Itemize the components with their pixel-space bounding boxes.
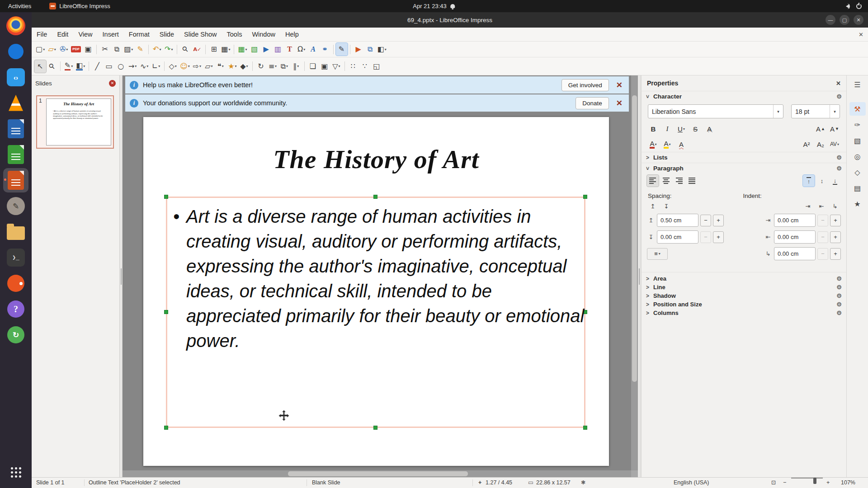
insert-table[interactable]: ▦▾ xyxy=(236,43,248,56)
insert-hyperlink[interactable]: ⚭ xyxy=(319,43,331,56)
get-involved-button[interactable]: Get involved xyxy=(561,79,609,91)
properties-close-icon[interactable]: ✕ xyxy=(836,80,841,87)
indent-after-minus[interactable]: − xyxy=(817,231,828,243)
dock-software-updater[interactable]: ↻ xyxy=(3,323,28,347)
section-paragraph[interactable]: ˅ Paragraph ⚙ xyxy=(642,163,846,174)
show-draw-functions[interactable]: ✎ xyxy=(336,43,348,56)
font-size-value[interactable]: 18 pt xyxy=(792,108,830,115)
lists-settings-icon[interactable]: ⚙ xyxy=(836,154,842,161)
insert-image[interactable]: ▧ xyxy=(249,43,260,56)
bold-button[interactable]: B xyxy=(647,122,660,135)
insert-line[interactable]: ╱ xyxy=(91,60,103,73)
close-button[interactable]: ✕ xyxy=(854,15,863,25)
decrease-font-button[interactable]: A▼ xyxy=(828,122,841,135)
display-grid[interactable]: ⊞ xyxy=(208,43,220,56)
shadow[interactable]: ❏ xyxy=(307,60,319,73)
spelling[interactable]: A✓ xyxy=(191,43,203,56)
deck-gallery-icon[interactable]: ▧ xyxy=(849,134,866,147)
menu-edit[interactable]: Edit xyxy=(52,28,73,42)
fill-color[interactable]: ◧▾ xyxy=(75,60,86,73)
zoom-out-button[interactable]: − xyxy=(783,478,786,488)
dock-libreoffice-impress[interactable] xyxy=(3,168,28,192)
connectors[interactable]: ∟▾ xyxy=(150,60,162,73)
dock-vscode[interactable]: ‹› xyxy=(3,65,28,89)
italic-button[interactable]: I xyxy=(661,122,674,135)
new-document-dropdown-icon[interactable]: ▾ xyxy=(43,47,45,52)
display-views-dropdown-icon[interactable]: ▾ xyxy=(228,47,230,52)
stars-banners-dropdown-icon[interactable]: ▾ xyxy=(235,64,237,68)
symbol-shapes-dropdown-icon[interactable]: ▾ xyxy=(188,64,190,68)
menu-tools[interactable]: Tools xyxy=(222,28,247,42)
deck-animation-icon[interactable]: ★ xyxy=(849,197,866,211)
filter[interactable]: ▽▾ xyxy=(330,60,342,73)
panel-splitter-right[interactable] xyxy=(638,75,641,477)
rotate[interactable]: ↻ xyxy=(255,60,267,73)
insert-table-dropdown-icon[interactable]: ▾ xyxy=(245,47,247,52)
character-settings-icon[interactable]: ⚙ xyxy=(836,93,842,100)
connectors-dropdown-icon[interactable]: ▾ xyxy=(158,64,160,68)
deck-master-slides-icon[interactable]: ▤ xyxy=(849,181,866,195)
start-slideshow[interactable]: ▶ xyxy=(353,43,364,56)
unsaved-changes-icon[interactable]: ✱ xyxy=(581,478,585,488)
slide-body-text[interactable]: Art is a diverse range of human activiti… xyxy=(186,204,586,353)
copy[interactable]: ⧉ xyxy=(111,43,123,56)
fill-color-dropdown-icon[interactable]: ▾ xyxy=(83,64,85,68)
section-lists[interactable]: ˃ Lists ⚙ xyxy=(642,152,846,163)
font-name-dropdown-icon[interactable]: ▾ xyxy=(773,105,783,118)
fit-slide-icon[interactable]: ⊡ xyxy=(771,478,776,488)
vertical-scrollbar-thumb[interactable] xyxy=(632,95,637,382)
callouts[interactable]: ❝▾ xyxy=(215,60,226,73)
align-top-button[interactable]: ↑ xyxy=(803,175,815,187)
status-zoom-value[interactable]: 107% xyxy=(841,478,855,488)
font-name-value[interactable]: Liberation Sans xyxy=(648,108,773,115)
3d-objects-dropdown-icon[interactable]: ▾ xyxy=(246,64,248,68)
spacing-below-plus[interactable]: + xyxy=(713,231,724,243)
3d-objects[interactable]: ◆▾ xyxy=(238,60,250,73)
deck-navigator-icon[interactable]: ◎ xyxy=(849,150,866,163)
menu-window[interactable]: Window xyxy=(247,28,280,42)
redo[interactable]: ↷▾ xyxy=(163,43,175,56)
status-object-size[interactable]: 22.86 x 12.57 xyxy=(536,478,571,488)
horizontal-scrollbar-thumb[interactable] xyxy=(288,471,468,476)
selected-text-placeholder[interactable]: • Art is a diverse range of human activi… xyxy=(166,197,585,428)
slide-layout[interactable]: ◧▾ xyxy=(376,43,388,56)
undo[interactable]: ↶▾ xyxy=(151,43,163,56)
resize-handle[interactable] xyxy=(164,426,168,430)
donate-button[interactable]: Donate xyxy=(576,97,609,109)
slides-panel-close-icon[interactable]: ✕ xyxy=(109,80,116,87)
distribution[interactable]: ∥▾ xyxy=(290,60,302,73)
paste[interactable]: ▨▾ xyxy=(123,43,134,56)
dock-terminal[interactable]: ❯_ xyxy=(3,245,28,270)
dock-blue-circle-app[interactable] xyxy=(3,39,28,64)
arrange-dropdown-icon[interactable]: ▾ xyxy=(286,64,288,68)
dock-app-grid[interactable] xyxy=(3,460,28,484)
section-character[interactable]: ˅ Character ⚙ xyxy=(642,91,846,102)
indent-before-field[interactable]: 0.00 cm xyxy=(774,214,816,227)
slide-thumbnail[interactable]: 1 The History of Art • Art is a diverse … xyxy=(36,95,114,149)
section-shadow[interactable]: ˃Shadow⚙ xyxy=(642,291,846,300)
section-settings-icon[interactable]: ⚙ xyxy=(836,292,842,299)
line-color[interactable]: ✎▾ xyxy=(63,60,75,73)
horizontal-scrollbar[interactable] xyxy=(123,470,631,477)
infobar-close-icon[interactable]: ✕ xyxy=(616,99,623,108)
distribution-dropdown-icon[interactable]: ▾ xyxy=(297,64,299,68)
align-objects-dropdown-icon[interactable]: ▾ xyxy=(275,64,277,68)
status-cursor-position[interactable]: 1.27 / 4.45 xyxy=(486,478,512,488)
maximize-button[interactable]: ▢ xyxy=(840,15,849,25)
slide-page[interactable]: The History of Art • Art is a diverse ra… xyxy=(143,117,609,466)
flowchart-dropdown-icon[interactable]: ▾ xyxy=(211,64,212,68)
flowchart[interactable]: ▱▾ xyxy=(203,60,215,73)
menu-help[interactable]: Help xyxy=(280,28,304,42)
deck-shapes-icon[interactable]: ◇ xyxy=(849,165,866,179)
save[interactable]: ✇▾ xyxy=(58,43,70,56)
find-replace[interactable]: ⚲ xyxy=(179,43,191,56)
overline-button[interactable]: A xyxy=(675,138,688,150)
zoom-slider-thumb[interactable] xyxy=(813,478,816,484)
paragraph-settings-icon[interactable]: ⚙ xyxy=(836,165,842,172)
spacing-above-plus[interactable]: + xyxy=(713,215,724,226)
basic-shapes-dropdown-icon[interactable]: ▾ xyxy=(175,64,177,68)
filter-dropdown-icon[interactable]: ▾ xyxy=(338,64,340,68)
resize-handle[interactable] xyxy=(583,195,587,199)
indent-after-field[interactable]: 0.00 cm xyxy=(774,230,816,244)
system-tray[interactable] xyxy=(846,4,862,9)
